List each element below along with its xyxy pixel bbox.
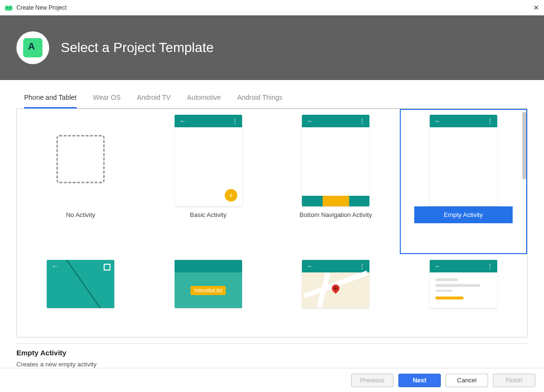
menu-dots-icon: ⋮ [231, 117, 237, 125]
previous-button[interactable]: Previous [351, 374, 394, 387]
template-empty-activity[interactable]: ← ⋮ Empty Activity [400, 109, 528, 254]
back-arrow-icon: ← [52, 262, 58, 270]
svg-point-2 [10, 7, 11, 8]
tab-automotive[interactable]: Automotive [187, 89, 221, 108]
titlebar: Create New Project ✕ [0, 0, 544, 15]
appbar-preview: ← [47, 260, 114, 272]
template-thumbnail: ← [47, 260, 114, 308]
map-preview [302, 272, 369, 308]
template-master-detail[interactable]: ← ⋮ [400, 254, 528, 337]
form-factor-tabs: Phone and Tablet Wear OS Android TV Auto… [24, 89, 528, 108]
appbar-preview: ← ⋮ [175, 115, 242, 127]
android-studio-icon [5, 4, 13, 12]
close-icon[interactable]: ✕ [533, 4, 539, 12]
appbar-preview: ← ⋮ [430, 260, 497, 272]
android-studio-logo: A [16, 31, 49, 64]
tab-wear-os[interactable]: Wear OS [93, 89, 121, 108]
appbar-preview: ← ⋮ [430, 115, 497, 127]
menu-dots-icon: ⋮ [487, 262, 492, 270]
fab-icon: + [225, 189, 237, 202]
tab-android-tv[interactable]: Android TV [137, 89, 171, 108]
scrollbar[interactable] [521, 112, 526, 334]
template-admob-ads[interactable]: Interstitial Ad [145, 254, 272, 337]
scrollbar-thumb[interactable] [522, 112, 526, 179]
wizard-header: A Select a Project Template [0, 15, 544, 80]
finish-button[interactable]: Finish [493, 374, 535, 387]
back-arrow-icon: ← [307, 117, 313, 125]
list-preview [430, 272, 497, 308]
window-title: Create New Project [16, 4, 533, 11]
template-fullscreen-activity[interactable]: ← [17, 254, 145, 337]
appbar-preview: ← ⋮ [302, 115, 369, 127]
template-label: Empty Activity [414, 206, 513, 223]
interstitial-preview: Interstitial Ad [175, 272, 242, 308]
interstitial-ad-badge: Interstitial Ad [190, 286, 226, 295]
wizard-footer: Previous Next Cancel Finish [0, 368, 544, 392]
svg-rect-0 [5, 6, 13, 11]
back-arrow-icon: ← [435, 117, 441, 125]
fullscreen-icon [104, 264, 110, 270]
back-arrow-icon: ← [179, 117, 186, 125]
template-thumbnail: Interstitial Ad [175, 260, 242, 308]
tab-phone-tablet[interactable]: Phone and Tablet [24, 89, 77, 108]
template-label: No Activity [31, 206, 130, 223]
menu-dots-icon: ⋮ [359, 117, 365, 125]
menu-dots-icon: ⋮ [359, 262, 365, 270]
dashed-placeholder-icon [56, 135, 105, 183]
bottom-nav-preview [302, 196, 369, 206]
template-label: Basic Activity [159, 206, 258, 223]
appbar-preview: ← ⋮ [302, 260, 369, 272]
template-grid-container: No Activity ← ⋮ + Basic Activity ← [16, 108, 528, 338]
template-thumbnail: ← ⋮ [302, 260, 369, 308]
page-title: Select a Project Template [61, 40, 214, 55]
template-google-maps[interactable]: ← ⋮ [272, 254, 400, 337]
template-thumbnail: ← ⋮ + [175, 115, 242, 206]
selected-template-text: Creates a new empty activity [16, 361, 528, 368]
tab-android-things[interactable]: Android Things [237, 89, 283, 108]
template-thumbnail: ← ⋮ [302, 115, 369, 206]
template-thumbnail: ← ⋮ [430, 260, 497, 308]
appbar-preview [175, 260, 242, 272]
template-bottom-navigation[interactable]: ← ⋮ Bottom Navigation Activity [272, 109, 400, 254]
cancel-button[interactable]: Cancel [446, 374, 488, 387]
content-area: Phone and Tablet Wear OS Android TV Auto… [0, 80, 544, 368]
next-button[interactable]: Next [398, 374, 441, 387]
template-grid: No Activity ← ⋮ + Basic Activity ← [17, 109, 527, 337]
template-label: Bottom Navigation Activity [286, 206, 385, 223]
svg-point-1 [7, 7, 8, 8]
selected-template-title: Empty Activity [16, 349, 528, 357]
back-arrow-icon: ← [307, 262, 313, 270]
template-thumbnail: ← ⋮ [430, 115, 497, 206]
fullscreen-preview: ← [47, 260, 114, 308]
selection-description: Empty Activity Creates a new empty activ… [16, 343, 528, 368]
back-arrow-icon: ← [435, 262, 441, 270]
template-thumbnail [47, 115, 114, 206]
menu-dots-icon: ⋮ [487, 117, 492, 125]
template-basic-activity[interactable]: ← ⋮ + Basic Activity [145, 109, 272, 254]
template-no-activity[interactable]: No Activity [17, 109, 145, 254]
